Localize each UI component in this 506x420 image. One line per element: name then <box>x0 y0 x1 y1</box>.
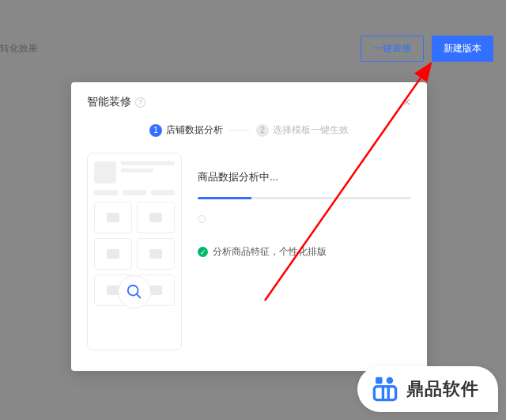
brand-name: 鼎品软件 <box>406 377 479 401</box>
placeholder-card <box>137 238 175 270</box>
svg-rect-7 <box>382 387 384 400</box>
svg-line-1 <box>137 294 141 298</box>
modal-title: 智能装修 <box>87 95 131 109</box>
image-icon <box>149 213 162 222</box>
placeholder-card <box>94 202 132 233</box>
modal-title-wrap: 智能装修 ? <box>87 95 145 109</box>
success-text: 分析商品特征，个性化排版 <box>213 245 327 259</box>
smart-decorate-modal: 智能装修 ? × 1 店铺数据分析 2 选择模板一键生效 <box>71 82 427 371</box>
placeholder-tab <box>151 190 175 195</box>
image-icon <box>149 286 162 295</box>
check-icon: ✓ <box>198 247 208 257</box>
step-2: 2 选择模板一键生效 <box>256 123 349 137</box>
image-icon <box>107 249 119 259</box>
stepper: 1 店铺数据分析 2 选择模板一键生效 <box>71 123 427 137</box>
progress-fill <box>198 197 251 199</box>
progress-bar <box>198 197 411 199</box>
brand-logo-icon <box>372 376 398 403</box>
placeholder-line <box>121 161 175 165</box>
modal-header: 智能装修 ? × <box>71 82 427 117</box>
svg-rect-5 <box>387 377 394 384</box>
placeholder-avatar <box>94 161 116 184</box>
svg-rect-6 <box>374 387 395 400</box>
step-1-label: 店铺数据分析 <box>166 123 223 137</box>
close-icon[interactable]: × <box>402 95 411 109</box>
step-2-number: 2 <box>256 124 269 137</box>
step-1: 1 店铺数据分析 <box>149 123 223 137</box>
progress-title: 商品数据分析中... <box>198 170 411 184</box>
progress-panel: 商品数据分析中... ✓ 分析商品特征，个性化排版 <box>198 153 411 350</box>
one-click-decorate-button[interactable]: 一键装修 <box>361 36 424 62</box>
phone-preview <box>87 153 182 350</box>
new-version-button[interactable]: 新建版本 <box>432 36 493 62</box>
placeholder-card <box>94 238 132 270</box>
brand-badge: 鼎品软件 <box>357 366 498 412</box>
sidebar-label: 转化效果 <box>0 42 38 55</box>
header-actions: 一键装修 新建版本 <box>361 36 493 62</box>
modal-body: 商品数据分析中... ✓ 分析商品特征，个性化排版 <box>71 137 427 361</box>
svg-rect-4 <box>376 377 383 384</box>
phone-frame <box>87 153 182 350</box>
step-1-number: 1 <box>149 124 162 137</box>
magnifier-icon <box>118 275 151 308</box>
step-divider <box>229 130 250 131</box>
placeholder-tab <box>123 190 146 195</box>
placeholder-card <box>137 202 175 233</box>
hint-line <box>198 215 411 223</box>
svg-rect-8 <box>387 387 390 400</box>
image-icon <box>107 213 119 222</box>
placeholder-line <box>121 168 153 172</box>
image-icon <box>149 249 162 259</box>
placeholder-tab <box>94 190 118 195</box>
success-line: ✓ 分析商品特征，个性化排版 <box>198 245 411 259</box>
help-icon[interactable]: ? <box>135 97 145 108</box>
hint-dot-icon <box>198 215 206 223</box>
step-2-label: 选择模板一键生效 <box>273 123 349 137</box>
